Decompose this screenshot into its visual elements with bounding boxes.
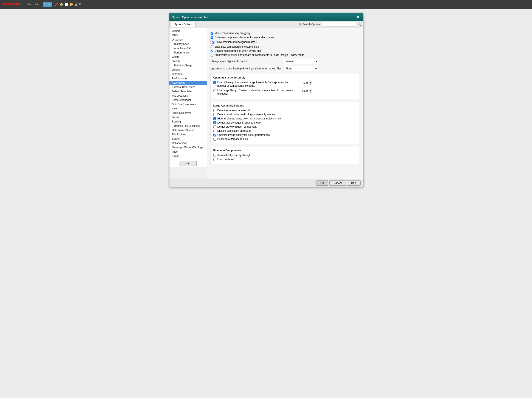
checkbox-no-preview-hidden[interactable] (213, 125, 216, 128)
sidebar-item-default-templates[interactable]: Default Templates (170, 89, 207, 94)
sidebar-item-search[interactable]: Search (170, 137, 207, 141)
checkbox-disable-verification[interactable] (213, 130, 216, 132)
sidebar-item-sketch[interactable]: Sketch (170, 59, 207, 63)
checkbox-label-hide-planes: Hide all planes, axes, sketches, curves,… (217, 117, 282, 120)
checkbox-label-save-new-external: Save new components to external files (215, 45, 259, 48)
checkbox-label-no-display-edges: Do not display edges in shaded mode (217, 121, 261, 124)
search-input[interactable] (322, 22, 356, 27)
system-options-tab[interactable]: System Options (171, 22, 196, 27)
checkbox-row-hide-planes: Hide all planes, axes, sketches, curves,… (213, 117, 356, 120)
checkbox-label-auto-check-components: Automatically check and update all compo… (215, 53, 304, 57)
sidebar-item-routing[interactable]: Routing (170, 119, 207, 124)
close-button[interactable]: ✕ (356, 15, 360, 19)
sidebar-item-backup-recover[interactable]: Backup/Recover (170, 111, 207, 115)
checkbox-allow-misaligned[interactable] (212, 41, 215, 44)
checkbox-no-rebuild-switch[interactable] (213, 113, 216, 116)
menu-tools[interactable]: Tools (43, 2, 52, 7)
reset-button[interactable]: Reset... (180, 161, 196, 166)
sidebar-item-drawings[interactable]: Drawings (170, 38, 207, 42)
sidebar-item-mbd[interactable]: MBD (170, 33, 207, 38)
sidebar-footer: Reset... (170, 159, 207, 167)
search-icon[interactable]: 🔍 (357, 23, 361, 26)
spinner-up-use-lightweight[interactable]: ▲ (309, 81, 312, 83)
checkbox-auto-check-components[interactable] (210, 54, 213, 57)
ok-button[interactable]: OK (316, 180, 328, 186)
sidebar-item-file-locations[interactable]: File Locations (170, 94, 207, 98)
large-assembly-settings-title: Large Assembly Settings (213, 104, 356, 107)
sidebar-item-external-references[interactable]: External References (170, 85, 207, 89)
checkbox-suspend-rebuild[interactable] (213, 138, 216, 141)
checkbox-optimize-placement[interactable] (210, 36, 213, 39)
sidebar-item-file-explorer[interactable]: File Explorer (170, 132, 207, 137)
dialog-header: System Options ⚙ Search Options 🔍 (170, 21, 363, 28)
sidebar-item-relations-snap[interactable]: Relations/Snap (170, 63, 207, 68)
sidebar-item-area-hatch[interactable]: Area Hatch/Fill (170, 46, 207, 51)
envelope-components-title: Envelope Components (213, 149, 356, 152)
sidebar-item-performance-draw[interactable]: Performance (170, 51, 207, 55)
sidebar-item-spin-box[interactable]: Spin Box Increments (170, 102, 207, 106)
spinner-label-use-lightweight: Use Lightweight mode and Large Assembly … (217, 81, 295, 88)
checkbox-use-lightweight[interactable] (213, 81, 216, 84)
dropdown-update-speedpak[interactable]: NoneActiveAll (284, 66, 318, 71)
pin-icon[interactable]: 📌 (55, 3, 58, 6)
checkbox-label-disable-verification: Disable verification on rebuild (217, 129, 251, 132)
settings-icon[interactable]: ⚙ (79, 3, 82, 6)
sidebar-item-view[interactable]: View (170, 106, 207, 111)
checkbox-auto-load-lightweight[interactable] (213, 154, 216, 157)
sidebar-item-general[interactable]: General (170, 29, 207, 33)
system-options-dialog: System Options - Assemblies ✕ System Opt… (169, 13, 363, 187)
checkbox-update-graphics[interactable] (210, 50, 213, 52)
checkbox-label-optimize-image: Optimize image quality for better perfor… (217, 133, 270, 137)
checkbox-row-no-rebuild-switch: Do not rebuild when switching to assembl… (213, 113, 356, 116)
dialog-title: System Options - Assemblies (172, 15, 209, 19)
spinner-value-use-lightweight[interactable] (297, 81, 309, 85)
home-icon[interactable]: 🏠 (60, 3, 63, 6)
checkbox-hide-planes[interactable] (213, 117, 216, 120)
sidebar-item-messages-errors[interactable]: Messages/Errors/Warnings (170, 145, 207, 150)
spinner-value-use-large-design-review[interactable] (297, 89, 309, 93)
spinner-up-use-large-design-review[interactable]: ▲ (309, 89, 312, 91)
spinner-down-use-lightweight[interactable]: ▼ (309, 83, 312, 85)
sidebar-item-display[interactable]: Display (170, 68, 207, 72)
checkbox-move-by-drag[interactable] (210, 32, 213, 35)
new-doc-icon[interactable]: 📄 (65, 3, 68, 6)
checkbox-use-large-design-review[interactable] (213, 89, 216, 92)
checkbox-label-allow-misaligned: Allow creation of misaligned mates (216, 40, 256, 44)
sidebar-item-selection[interactable]: Selection (170, 72, 207, 76)
checkbox-row-load-read-only: Load read-only (213, 158, 356, 161)
menu-file[interactable]: File (25, 2, 32, 7)
checkbox-no-auto-recover[interactable] (213, 109, 216, 112)
large-assembly-settings-section: Large Assembly Settings Do not save auto… (210, 102, 359, 144)
sidebar-item-import[interactable]: Import (170, 150, 207, 154)
solidworks-logo: SOLIDWORKS (2, 3, 22, 6)
checkbox-row-no-display-edges: Do not display edges in shaded mode (213, 121, 356, 124)
open-doc-icon[interactable]: 📂 (70, 3, 73, 6)
checkbox-label-no-auto-recover: Do not save auto recover info (217, 109, 251, 112)
checkbox-row-auto-check-components: Automatically check and update all compo… (210, 53, 359, 57)
checkbox-no-display-edges[interactable] (213, 121, 216, 124)
sidebar-item-hole-wizard[interactable]: Hole Wizard/Toolbox (170, 128, 207, 132)
checkbox-optimize-image[interactable] (213, 134, 216, 137)
checkbox-label-move-by-drag: Move components by dragging (215, 32, 250, 35)
cancel-button[interactable]: Cancel (329, 180, 346, 186)
help-button[interactable]: Help (347, 180, 361, 186)
checkbox-load-read-only[interactable] (213, 158, 216, 161)
sidebar-item-performance[interactable]: Performance (170, 76, 207, 81)
sidebar-item-feature-manager[interactable]: FeatureManager (170, 98, 207, 102)
topbar-icons: 📌 🏠 📄 📂 🖨 ⚙ (55, 3, 82, 6)
spinner-down-use-large-design-review[interactable]: ▼ (309, 91, 312, 93)
dropdown-change-mate[interactable]: AlwaysAskNever (284, 59, 318, 64)
sidebar-item-collaboration[interactable]: Collaboration (170, 141, 207, 145)
dialog-footer: OK Cancel Help (170, 179, 363, 187)
checkbox-row-no-preview-hidden: Do not preview hidden component (213, 125, 356, 128)
print-icon[interactable]: 🖨 (75, 3, 77, 6)
sidebar-item-routing-file-locations[interactable]: Routing File Locations (170, 124, 207, 128)
sidebar-item-assemblies[interactable]: Assemblies (170, 81, 207, 85)
sidebar-item-export[interactable]: Export (170, 154, 207, 158)
sidebar-item-colors[interactable]: Colors (170, 55, 207, 59)
sidebar-item-display-style[interactable]: Display Style (170, 42, 207, 46)
menu-view[interactable]: View (33, 2, 42, 7)
checkbox-save-new-external[interactable] (210, 46, 213, 48)
sidebar-item-touch[interactable]: Touch (170, 115, 207, 119)
checkbox-row-optimize-image: Optimize image quality for better perfor… (213, 133, 356, 137)
